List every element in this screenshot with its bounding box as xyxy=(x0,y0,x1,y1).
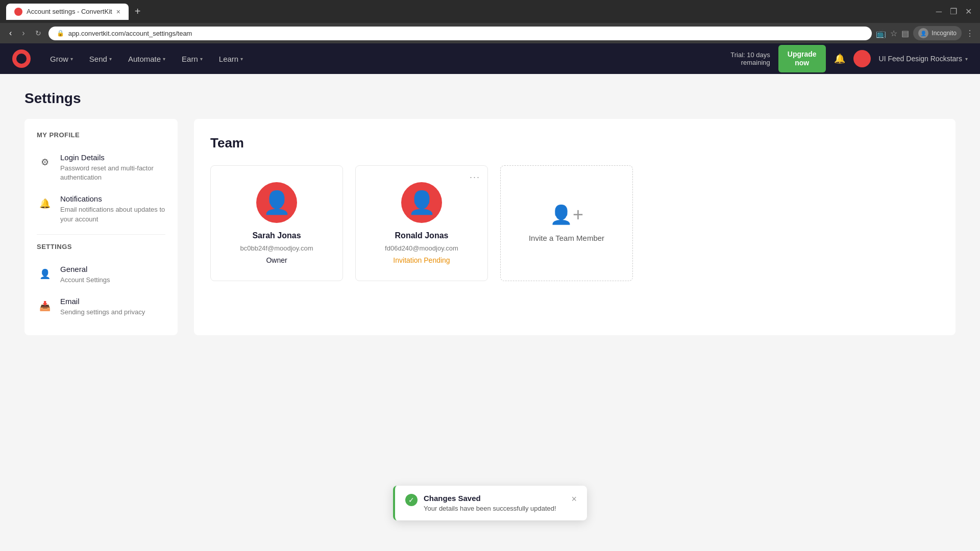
lock-icon: 🔒 xyxy=(57,30,64,37)
tab-title: Account settings - ConvertKit xyxy=(27,8,112,15)
avatar-figure-ronald: 👤 xyxy=(408,189,436,216)
learn-label: Learn xyxy=(219,55,238,63)
incognito-badge: 👤 Incognito xyxy=(913,26,962,40)
login-details-desc: Password reset and multi-factor authenti… xyxy=(60,164,165,182)
incognito-label: Incognito xyxy=(932,30,957,37)
grow-chevron: ▾ xyxy=(70,56,73,62)
bell-icon[interactable]: 🔔 xyxy=(834,53,845,64)
avatar-ronald: 👤 xyxy=(401,182,442,223)
automate-chevron: ▾ xyxy=(163,56,165,62)
team-card-sarah: 👤 Sarah Jonas bc0bb24f@moodjoy.com Owner xyxy=(210,165,343,281)
restore-button[interactable]: ❐ xyxy=(948,5,959,18)
app-logo[interactable] xyxy=(12,49,31,68)
toast-check-icon: ✓ xyxy=(405,494,418,506)
sidebar-divider xyxy=(37,234,165,235)
send-label: Send xyxy=(89,55,107,63)
user-nav-chevron: ▾ xyxy=(965,56,968,62)
nav-items: Grow ▾ Send ▾ Automate ▾ Earn ▾ Learn ▾ xyxy=(43,51,730,67)
team-title: Team xyxy=(210,135,939,151)
invite-team-member-card[interactable]: 👤+ Invite a Team Member xyxy=(500,165,633,281)
sidebar-toggle-icon[interactable]: ▤ xyxy=(901,29,909,38)
refresh-button[interactable]: ↻ xyxy=(32,27,44,39)
nav-item-grow[interactable]: Grow ▾ xyxy=(43,51,80,67)
settings-icon: ⚙ xyxy=(37,154,53,170)
nav-item-earn[interactable]: Earn ▾ xyxy=(175,51,210,67)
sidebar-settings-section: Settings 👤 General Account Settings 📥 Em… xyxy=(37,243,165,323)
sidebar-item-general[interactable]: 👤 General Account Settings xyxy=(37,259,165,291)
team-card-ronald: ··· 👤 Ronald Jonas fd06d240@moodjoy.com … xyxy=(355,165,488,281)
toast-title: Changes Saved xyxy=(424,494,556,503)
email-ronald: fd06d240@moodjoy.com xyxy=(385,244,458,252)
nav-item-send[interactable]: Send ▾ xyxy=(82,51,119,67)
avatar-figure-sarah: 👤 xyxy=(263,189,291,216)
page-title: Settings xyxy=(24,90,955,107)
toast-close-button[interactable]: × xyxy=(571,494,577,505)
sidebar: My Profile ⚙ Login Details Password rese… xyxy=(24,119,178,335)
general-desc: Account Settings xyxy=(60,276,110,285)
invite-icon: 👤+ xyxy=(550,204,583,226)
email-content: Email Sending settings and privacy xyxy=(60,297,145,317)
main-content: Team 👤 Sarah Jonas bc0bb24f@moodjoy.com … xyxy=(194,119,955,335)
address-bar[interactable]: 🔒 app.convertkit.com/account_settings/te… xyxy=(48,27,872,40)
email-sarah: bc0bb24f@moodjoy.com xyxy=(240,244,313,252)
send-chevron: ▾ xyxy=(109,56,112,62)
earn-label: Earn xyxy=(182,55,198,63)
grow-label: Grow xyxy=(50,55,68,63)
name-sarah: Sarah Jonas xyxy=(252,231,301,240)
bookmark-icon[interactable]: ☆ xyxy=(890,29,897,38)
notifications-desc: Email notifications about updates to you… xyxy=(60,205,165,223)
sidebar-section-settings: Settings xyxy=(37,243,165,251)
user-avatar[interactable] xyxy=(853,50,871,67)
nav-item-automate[interactable]: Automate ▾ xyxy=(121,51,173,67)
email-icon: 📥 xyxy=(37,298,53,314)
email-desc: Sending settings and privacy xyxy=(60,308,145,317)
cast-icon[interactable]: 📺 xyxy=(876,29,886,38)
main-layout: My Profile ⚙ Login Details Password rese… xyxy=(24,119,955,335)
tab-favicon xyxy=(14,8,22,16)
upgrade-button[interactable]: Upgradenow xyxy=(778,45,826,72)
close-window-button[interactable]: ✕ xyxy=(963,5,974,18)
app-navbar: Grow ▾ Send ▾ Automate ▾ Earn ▾ Learn ▾ … xyxy=(0,43,980,74)
browser-actions: 📺 ☆ ▤ 👤 Incognito ⋮ xyxy=(876,26,974,40)
sidebar-item-email[interactable]: 📥 Email Sending settings and privacy xyxy=(37,291,165,323)
general-content: General Account Settings xyxy=(60,265,110,285)
toast-notification: ✓ Changes Saved Your details have been s… xyxy=(393,486,587,520)
user-name-nav[interactable]: UI Feed Design Rockstars ▾ xyxy=(879,55,968,63)
role-sarah: Owner xyxy=(266,256,287,264)
automate-label: Automate xyxy=(128,55,161,63)
general-title: General xyxy=(60,265,110,273)
general-icon: 👤 xyxy=(37,266,53,282)
team-cards: 👤 Sarah Jonas bc0bb24f@moodjoy.com Owner… xyxy=(210,165,939,281)
user-name-label: UI Feed Design Rockstars xyxy=(879,55,962,63)
trial-text: Trial: 10 days remaining xyxy=(730,51,770,66)
name-ronald: Ronald Jonas xyxy=(395,231,449,240)
toast-content: Changes Saved Your details have been suc… xyxy=(424,494,556,512)
sidebar-item-login-details[interactable]: ⚙ Login Details Password reset and multi… xyxy=(37,147,165,188)
notifications-title: Notifications xyxy=(60,194,165,203)
toast-desc: Your details have been successfully upda… xyxy=(424,505,556,512)
login-details-title: Login Details xyxy=(60,153,165,162)
login-details-content: Login Details Password reset and multi-f… xyxy=(60,153,165,182)
avatar-sarah: 👤 xyxy=(256,182,297,223)
browser-tab[interactable]: Account settings - ConvertKit × xyxy=(6,4,129,20)
notifications-icon: 🔔 xyxy=(37,195,53,212)
nav-item-learn[interactable]: Learn ▾ xyxy=(212,51,250,67)
forward-button[interactable]: › xyxy=(19,27,28,40)
trial-line2: remaining xyxy=(730,59,770,66)
page-content: Settings My Profile ⚙ Login Details Pass… xyxy=(0,74,980,551)
tab-close-button[interactable]: × xyxy=(116,8,120,16)
back-button[interactable]: ‹ xyxy=(6,27,15,40)
status-pending-ronald: Invitation Pending xyxy=(393,256,450,264)
invite-label: Invite a Team Member xyxy=(529,234,604,242)
minimize-button[interactable]: ─ xyxy=(934,5,944,18)
trial-line1: Trial: 10 days xyxy=(730,51,770,59)
notifications-content: Notifications Email notifications about … xyxy=(60,194,165,223)
menu-icon[interactable]: ⋮ xyxy=(966,29,974,38)
email-title: Email xyxy=(60,297,145,306)
new-tab-button[interactable]: + xyxy=(133,4,143,19)
sidebar-item-notifications[interactable]: 🔔 Notifications Email notifications abou… xyxy=(37,188,165,230)
sidebar-section-myprofile: My Profile xyxy=(37,131,165,139)
nav-right: Trial: 10 days remaining Upgradenow 🔔 UI… xyxy=(730,45,968,72)
earn-chevron: ▾ xyxy=(200,56,203,62)
card-menu-button-ronald[interactable]: ··· xyxy=(470,172,480,183)
